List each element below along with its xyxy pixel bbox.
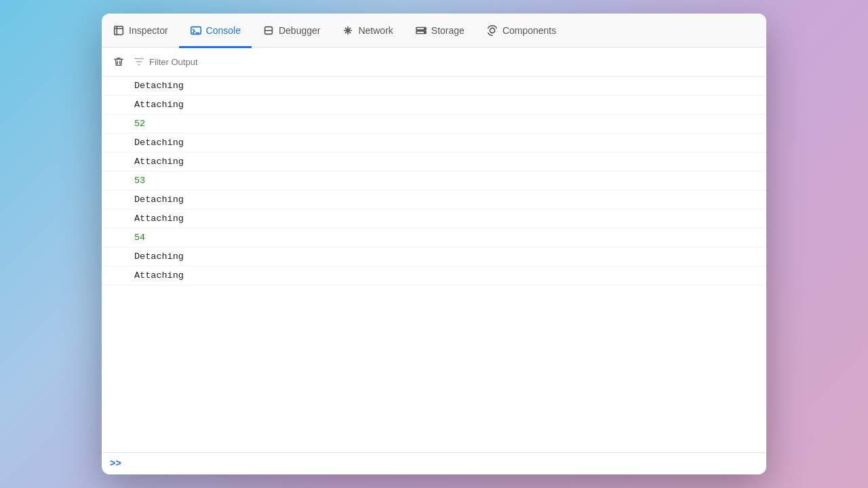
components-icon: [486, 24, 498, 37]
tab-inspector-label: Inspector: [129, 25, 168, 36]
console-line: Detaching: [102, 190, 766, 209]
console-line: Detaching: [102, 247, 766, 266]
console-toolbar: [102, 47, 766, 77]
console-line: 52: [102, 115, 766, 134]
console-line: 53: [102, 171, 766, 190]
console-line: Attaching: [102, 266, 766, 285]
filter-icon: [133, 56, 145, 68]
clear-console-button[interactable]: [110, 53, 127, 70]
tab-components-label: Components: [502, 25, 556, 36]
console-line: Attaching: [102, 209, 766, 228]
tab-debugger[interactable]: Debugger: [252, 14, 332, 48]
console-input[interactable]: [127, 458, 758, 469]
filter-input[interactable]: [149, 57, 758, 67]
console-line: Detaching: [102, 134, 766, 152]
console-line: Attaching: [102, 152, 766, 171]
tab-storage[interactable]: Storage: [404, 14, 475, 48]
svg-point-7: [490, 28, 494, 33]
devtools-window: Inspector Console Debugger: [102, 14, 766, 474]
debugger-icon: [262, 24, 275, 37]
svg-point-6: [425, 31, 425, 32]
console-line: Attaching: [102, 96, 766, 115]
console-output: DetachingAttaching52DetachingAttaching53…: [102, 77, 766, 452]
console-icon: [190, 24, 202, 37]
tab-components[interactable]: Components: [475, 14, 567, 48]
filter-container: [133, 56, 758, 68]
tab-network[interactable]: Network: [331, 14, 403, 48]
console-input-row[interactable]: >>: [102, 452, 766, 474]
console-line: Detaching: [102, 77, 766, 96]
storage-icon: [415, 24, 427, 37]
tab-console[interactable]: Console: [179, 14, 252, 48]
inspector-icon: [113, 24, 125, 37]
tab-storage-label: Storage: [431, 25, 465, 36]
tab-bar: Inspector Console Debugger: [102, 14, 766, 47]
trash-icon: [113, 56, 125, 68]
tab-network-label: Network: [358, 25, 393, 36]
tab-debugger-label: Debugger: [279, 25, 321, 36]
svg-point-5: [425, 28, 425, 28]
tab-inspector[interactable]: Inspector: [107, 14, 179, 48]
tab-console-label: Console: [206, 25, 241, 36]
console-prompt: >>: [110, 458, 121, 469]
console-line: 54: [102, 228, 766, 247]
svg-rect-0: [115, 26, 123, 35]
network-icon: [342, 24, 354, 37]
